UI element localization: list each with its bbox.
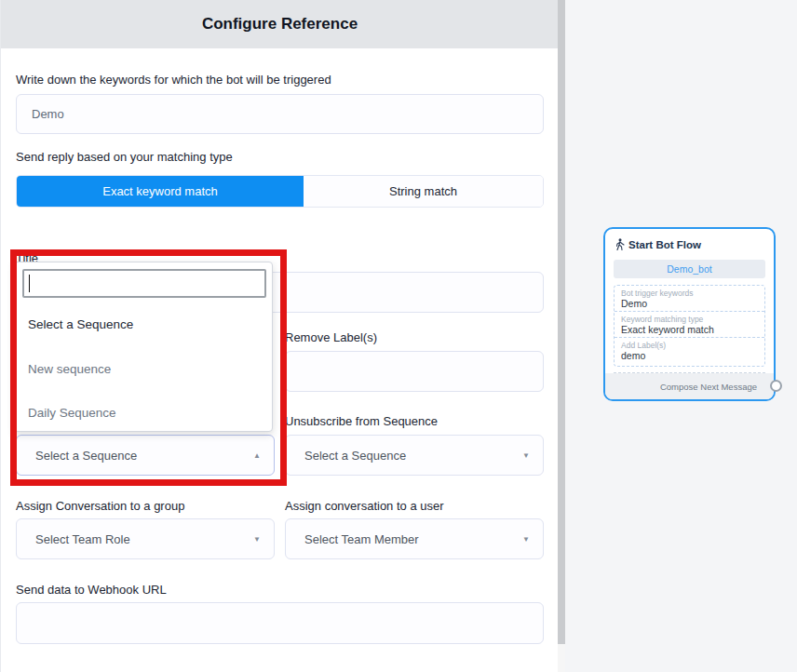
- start-bot-flow-card[interactable]: Start Bot Flow Demo_bot Bot trigger keyw…: [603, 227, 776, 401]
- dropdown-option-select-a-sequence[interactable]: Select a Sequence: [28, 317, 133, 331]
- compose-next-message-label: Compose Next Message: [660, 382, 757, 392]
- keywords-input[interactable]: [16, 94, 544, 134]
- flow-card-title: Start Bot Flow: [628, 239, 701, 250]
- matching-type-label: Send reply based on your matching type: [16, 150, 233, 164]
- caret-down-icon: ▼: [522, 451, 530, 460]
- summary-label: Bot trigger keywords: [621, 289, 758, 298]
- subscribe-sequence-value: Select a Sequence: [35, 449, 253, 463]
- caret-up-icon: ▲: [253, 451, 261, 460]
- sequence-dropdown-panel: Select a Sequence New sequence Daily Seq…: [14, 262, 273, 432]
- assign-group-select[interactable]: Select Team Role ▼: [16, 518, 275, 559]
- assign-group-value: Select Team Role: [35, 532, 253, 546]
- dropdown-option-new-sequence[interactable]: New sequence: [28, 362, 111, 376]
- subscribe-sequence-select[interactable]: Select a Sequence ▲: [16, 435, 275, 476]
- scrollbar-thumb[interactable]: [558, 0, 565, 644]
- unsubscribe-label: Unsubscribe from Sequence: [285, 414, 438, 428]
- summary-label: Keyword matching type: [621, 315, 758, 324]
- remove-labels-label: Remove Label(s): [285, 330, 377, 344]
- dropdown-option-daily-sequence[interactable]: Daily Sequence: [28, 406, 116, 420]
- summary-row-trigger-keywords: Bot trigger keywords Demo: [615, 286, 764, 312]
- flow-card-footer: Compose Next Message: [605, 373, 774, 399]
- bot-name-button[interactable]: Demo_bot: [614, 260, 765, 278]
- sequence-search-input[interactable]: [22, 269, 266, 298]
- walking-person-icon: [615, 238, 625, 250]
- unsubscribe-sequence-select[interactable]: Select a Sequence ▼: [285, 435, 544, 476]
- configure-reference-screen: Configure Reference Write down the keywo…: [0, 0, 797, 672]
- assign-user-label: Assign conversation to a user: [285, 499, 444, 513]
- matching-type-toggle: Exact keyword match String match: [16, 175, 544, 208]
- caret-down-icon: ▼: [253, 535, 261, 544]
- summary-label: Add Label(s): [621, 341, 758, 350]
- page-title: Configure Reference: [1, 0, 559, 48]
- text-cursor: [29, 275, 30, 292]
- exact-keyword-match-button[interactable]: Exact keyword match: [17, 176, 304, 207]
- configure-panel: Configure Reference Write down the keywo…: [0, 0, 558, 672]
- panel-header: Configure Reference: [1, 0, 559, 48]
- flow-summary-box: Bot trigger keywords Demo Keyword matchi…: [614, 285, 765, 367]
- summary-row-matching-type: Keyword matching type Exact keyword matc…: [615, 312, 764, 338]
- assign-group-label: Assign Conversation to a group: [16, 499, 184, 513]
- string-match-button[interactable]: String match: [304, 176, 543, 207]
- assign-user-value: Select Team Member: [304, 532, 522, 546]
- summary-value: demo: [621, 350, 758, 361]
- summary-value: Exact keyword match: [621, 324, 758, 335]
- connector-handle[interactable]: [770, 380, 782, 392]
- unsubscribe-sequence-value: Select a Sequence: [304, 449, 522, 463]
- summary-value: Demo: [621, 298, 758, 309]
- webhook-label: Send data to Webhook URL: [16, 583, 167, 597]
- vertical-scrollbar[interactable]: [558, 0, 565, 672]
- flow-preview-panel: Start Bot Flow Demo_bot Bot trigger keyw…: [565, 0, 797, 672]
- flow-card-header: Start Bot Flow: [615, 238, 701, 250]
- caret-down-icon: ▼: [522, 535, 530, 544]
- remove-labels-input[interactable]: [285, 351, 544, 392]
- webhook-input[interactable]: [16, 602, 544, 644]
- summary-row-add-labels: Add Label(s) demo: [615, 338, 764, 363]
- keywords-label: Write down the keywords for which the bo…: [16, 73, 331, 87]
- assign-user-select[interactable]: Select Team Member ▼: [285, 518, 544, 559]
